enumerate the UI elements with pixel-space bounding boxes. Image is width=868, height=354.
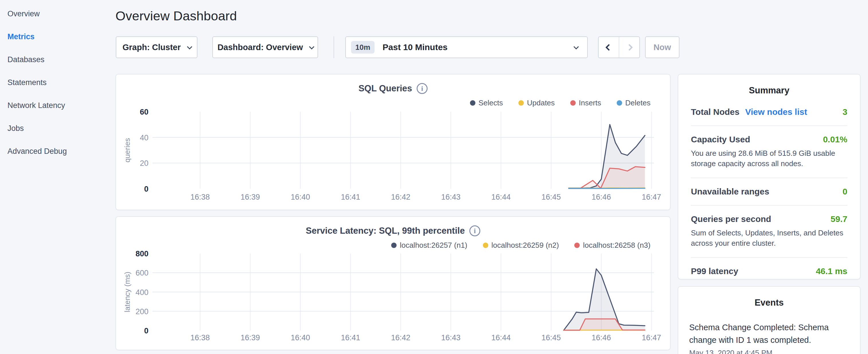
- time-range-badge: 10m: [351, 41, 375, 54]
- x-tick-label: 16:42: [391, 333, 410, 342]
- time-range-dropdown[interactable]: 10m Past 10 Minutes: [345, 36, 588, 58]
- x-tick-label: 16:43: [441, 333, 461, 342]
- sidebar: OverviewMetricsDatabasesStatementsNetwor…: [0, 0, 115, 354]
- summary-row-value: 0.01%: [823, 135, 847, 144]
- x-tick-label: 16:43: [441, 193, 461, 201]
- x-tick-label: 16:41: [341, 193, 360, 201]
- page-title: Overview Dashboard: [116, 9, 237, 24]
- x-tick-label: 16:45: [541, 193, 561, 201]
- summary-row-value: 46.1 ms: [816, 266, 847, 276]
- y-tick-label: 800: [135, 250, 149, 258]
- y-tick-label: 0: [144, 326, 149, 335]
- summary-row-description: You are using 28.6 MiB of 515.9 GiB usab…: [691, 148, 847, 169]
- chevron-left-icon: [605, 44, 612, 51]
- summary-row-description: Sum of Selects, Updates, Inserts, and De…: [691, 228, 847, 249]
- y-tick-label: 20: [140, 159, 149, 167]
- summary-title: Summary: [691, 85, 847, 96]
- summary-row-queries-per-second: Queries per second59.7Sum of Selects, Up…: [691, 206, 847, 258]
- y-tick-label: 400: [135, 288, 149, 297]
- events-panel: Events Schema Change Completed: Schema c…: [678, 286, 861, 354]
- x-tick-label: 16:44: [491, 193, 510, 201]
- time-step-buttons: [598, 36, 640, 58]
- sidebar-item-metrics[interactable]: Metrics: [7, 25, 115, 48]
- controls-row: Graph: Cluster Dashboard: Overview 10m P…: [116, 36, 689, 58]
- y-tick-label: 600: [135, 269, 149, 277]
- sql-queries-chart-card: SQL Queries i SelectsUpdatesInsertsDelet…: [116, 74, 671, 210]
- summary-row-value: 3: [842, 107, 847, 117]
- dashboard-dropdown-label: Dashboard: Overview: [217, 43, 303, 52]
- y-tick-label: 60: [140, 108, 149, 116]
- x-tick-label: 16:47: [642, 333, 661, 342]
- time-step-forward-button[interactable]: [619, 37, 639, 58]
- chevron-down-icon: [187, 44, 192, 49]
- sidebar-item-advanced-debug[interactable]: Advanced Debug: [7, 140, 115, 163]
- x-tick-label: 16:39: [241, 333, 260, 342]
- x-tick-label: 16:39: [241, 193, 260, 201]
- graph-dropdown[interactable]: Graph: Cluster: [116, 36, 197, 58]
- controls-divider: [334, 36, 334, 58]
- y-axis-label: latency (ms): [123, 272, 131, 313]
- time-range-label: Past 10 Minutes: [382, 42, 447, 52]
- x-tick-label: 16:40: [290, 193, 310, 201]
- chevron-right-icon: [626, 44, 633, 51]
- dashboard-dropdown[interactable]: Dashboard: Overview: [212, 36, 318, 58]
- x-tick-label: 16:41: [341, 333, 360, 342]
- summary-panel: Summary Total NodesView nodes list3Capac…: [678, 74, 861, 280]
- y-tick-label: 200: [135, 307, 149, 316]
- service-latency-chart-card: Service Latency: SQL, 99th percentile i …: [116, 216, 671, 350]
- summary-row-capacity-used: Capacity Used0.01%You are using 28.6 MiB…: [691, 126, 847, 178]
- sql-queries-chart-plot[interactable]: 0204060queries16:3816:3916:4016:4116:421…: [116, 74, 670, 210]
- now-button-label: Now: [653, 43, 671, 52]
- graph-dropdown-label: Graph: Cluster: [122, 43, 181, 52]
- x-tick-label: 16:45: [541, 333, 561, 342]
- sidebar-item-jobs[interactable]: Jobs: [7, 117, 115, 140]
- service-latency-chart-plot[interactable]: 0200400600800latency (ms)16:3816:3916:40…: [116, 217, 670, 350]
- x-tick-label: 16:47: [642, 193, 661, 201]
- x-tick-label: 16:46: [591, 333, 611, 342]
- now-button[interactable]: Now: [645, 36, 679, 58]
- x-tick-label: 16:40: [290, 333, 310, 342]
- summary-row-label: Capacity Used: [691, 135, 750, 144]
- event-item: Schema Change Completed: Schema change w…: [689, 321, 849, 354]
- summary-row-label: P99 latency: [691, 266, 738, 276]
- summary-row-value: 59.7: [831, 214, 847, 224]
- sidebar-item-databases[interactable]: Databases: [7, 48, 115, 71]
- y-axis-label: queries: [123, 138, 131, 162]
- x-tick-label: 16:38: [190, 333, 210, 342]
- summary-row-label: Queries per second: [691, 214, 771, 224]
- sidebar-item-statements[interactable]: Statements: [7, 71, 115, 94]
- y-tick-label: 40: [140, 133, 149, 142]
- time-step-back-button[interactable]: [599, 37, 619, 58]
- sidebar-item-network-latency[interactable]: Network Latency: [7, 94, 115, 117]
- summary-row-label: Total Nodes: [691, 107, 739, 117]
- event-timestamp: May 13, 2020 at 4:45 PM: [689, 349, 849, 354]
- summary-row-value: 0: [842, 187, 847, 196]
- sidebar-item-overview[interactable]: Overview: [7, 2, 115, 25]
- x-tick-label: 16:44: [491, 333, 510, 342]
- summary-row-total-nodes: Total NodesView nodes list3: [691, 96, 847, 126]
- x-tick-label: 16:46: [591, 193, 611, 201]
- x-tick-label: 16:38: [190, 193, 210, 201]
- summary-row-p99-latency: P99 latency46.1 ms: [691, 258, 847, 285]
- chevron-down-icon: [309, 44, 314, 49]
- y-tick-label: 0: [144, 185, 149, 193]
- summary-row-unavailable-ranges: Unavailable ranges0: [691, 178, 847, 206]
- event-message: Schema Change Completed: Schema change w…: [689, 321, 849, 346]
- x-tick-label: 16:42: [391, 193, 410, 201]
- summary-row-label: Unavailable ranges: [691, 187, 769, 196]
- events-title: Events: [689, 297, 849, 308]
- view-nodes-list-link[interactable]: View nodes list: [745, 107, 807, 117]
- chevron-down-icon: [574, 44, 579, 49]
